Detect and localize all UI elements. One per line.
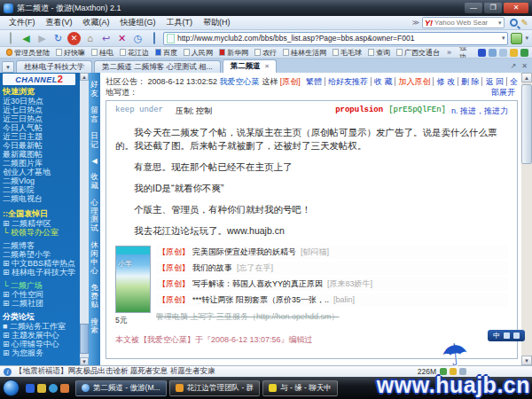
minimize-button[interactable]: — <box>465 3 482 13</box>
sidebar-item-psych-center[interactable]: ⊞ 心理辅导中心 <box>3 340 80 348</box>
bookmark-baidu[interactable]: 百度 <box>153 48 180 58</box>
action-edit[interactable]: 修 改 <box>434 77 458 86</box>
tab-list-icon[interactable]: ▾ <box>2 61 14 73</box>
start-button[interactable] <box>3 379 20 396</box>
tabbar-close-icon[interactable]: ✕ <box>519 60 530 73</box>
bookmark-maomaoqiu[interactable]: 毛毛球 <box>330 48 364 58</box>
sidebar-header-mourning[interactable]: ::全国哀悼日 <box>3 209 80 219</box>
bookmark-chaxun[interactable]: 查询 <box>365 48 393 58</box>
new-tab-icon[interactable] <box>4 32 17 45</box>
sidebar-item-cnbbs-hot[interactable]: ⊞ 中文BBS精华热点 <box>3 259 80 268</box>
sidebar-item-vlog[interactable]: 二频Vlog <box>3 176 80 185</box>
sidebar-item-service[interactable]: ⊞ 为您服务 <box>3 348 80 357</box>
tab-guilin-university[interactable]: 桂林电子科技大学 <box>16 60 92 73</box>
bookmark-renmin[interactable]: 人民网 <box>181 48 215 58</box>
bookmarks-overflow-icon[interactable]: » <box>443 48 455 57</box>
sidebar-item-guet[interactable]: ⊞ 桂林电子科技大学 <box>3 268 80 277</box>
sidebar-item-topic-dev[interactable]: ⊞ 主题发展中心 <box>3 331 80 340</box>
sidebar-scrollbar[interactable]: ▲ ▼ <box>80 73 89 365</box>
undo-icon[interactable]: ↩ <box>99 32 113 45</box>
scrollbar-thumb[interactable] <box>80 324 89 354</box>
action-return[interactable]: 返 回 <box>482 77 507 86</box>
bookmark-xinhua[interactable]: 新华网 <box>216 48 251 58</box>
tab-close-icon[interactable]: × <box>265 62 270 70</box>
vtab-search[interactable]: 搜索 <box>90 318 99 335</box>
vtab-free-post[interactable]: 免费贴 <box>90 284 99 309</box>
sidebar-item-cinema[interactable]: 二频影院 <box>3 185 80 194</box>
tools-icon[interactable]: ✕ <box>115 32 129 45</box>
related-post-row[interactable]: 【原创】写手解读：韩国人喜欢YY的真正原因[原来83娇牛] <box>156 278 508 293</box>
menu-tools[interactable]: 工具(T) <box>161 17 199 28</box>
history-icon[interactable]: ◷ <box>131 32 145 45</box>
vtab-psych-test[interactable]: 心理测试 <box>90 199 99 232</box>
search-icon[interactable] <box>510 19 518 27</box>
sidebar-item-clubs[interactable]: ⊞ 二频社团 <box>3 299 80 308</box>
action-traditional[interactable]: 繁體 <box>303 77 325 86</box>
sidebar-item-plaza[interactable]: └ 二频广场 <box>3 281 80 290</box>
collapse-search-icon[interactable]: ≫ <box>412 19 419 27</box>
sidebar-item-today-popular[interactable]: 今日人气帖 <box>3 123 80 132</box>
taskbar-button-maxthon[interactable]: 第二频道 - 傲游(M... <box>75 380 167 396</box>
scroll-down-icon[interactable]: ▼ <box>80 357 89 365</box>
sidebar-item-hot30[interactable]: 近30日热点 <box>3 97 80 106</box>
home-icon[interactable]: ⌂ <box>83 32 97 45</box>
menu-view[interactable]: 查看(V) <box>41 17 78 28</box>
sidebar-item-talent-base[interactable]: 创业人才基地 <box>3 168 80 176</box>
post-author-link[interactable]: 我爱空心菜 <box>220 77 260 86</box>
yahoo-search-input[interactable] <box>434 19 498 27</box>
action-favorite[interactable]: 收 藏 <box>372 77 396 86</box>
proxy-icon[interactable] <box>459 368 466 375</box>
quicklaunch-messenger-icon[interactable] <box>49 384 58 393</box>
tab-channel2-blog[interactable]: 第二频道 二频博客 心理测试 相... <box>94 60 221 73</box>
bookmark-admin[interactable]: 管理员登陆 <box>4 48 52 58</box>
refresh-icon[interactable]: ↻ <box>51 32 65 45</box>
shield-icon[interactable] <box>440 368 447 375</box>
scrollbar-thumb[interactable] <box>521 84 532 164</box>
sidebar-item-new-images[interactable]: 最新藏图帖 <box>3 150 80 159</box>
highlight-pencil-icon[interactable]: ✎ <box>521 18 528 27</box>
sidebar-item-today-new[interactable]: 今日最新帖 <box>3 141 80 150</box>
lightning-icon[interactable] <box>510 49 518 57</box>
save-icon[interactable] <box>489 49 497 57</box>
sidebar-item-tv[interactable]: 二频电视台 <box>3 194 80 203</box>
action-add-original[interactable]: 加入原创 <box>395 77 434 86</box>
bookmark-haokuaima[interactable]: 好快嘛 <box>53 48 88 58</box>
sidebar-item-leaders-office[interactable]: └ 校领导办公室 <box>3 228 80 237</box>
sidebar-item-essence[interactable]: ⊞ 二频精华区 <box>3 219 80 228</box>
menu-help[interactable]: 帮助(H) <box>198 17 236 28</box>
flag-icon[interactable] <box>478 49 486 57</box>
action-delete[interactable]: 删 除 <box>458 77 483 86</box>
scroll-up-icon[interactable]: ▲ <box>521 73 532 82</box>
menu-favorites[interactable]: 收藏(A) <box>78 17 115 28</box>
panels-icon[interactable] <box>147 32 160 45</box>
scroll-down-icon[interactable]: ▼ <box>521 356 532 365</box>
sidebar-item-staff-room[interactable]: ■ 二频站务工作室 <box>3 322 80 331</box>
vtab-friends[interactable]: 好友 <box>90 81 99 98</box>
taskbar-button-qq-group[interactable]: 花江边管理团队 - 群 <box>169 380 261 396</box>
sidebar-item-personal-space[interactable]: ⊞ 个性空间 <box>3 290 80 299</box>
bookmark-nonghang[interactable]: 农行 <box>252 48 279 58</box>
vtab-leisure[interactable]: 休闲中心 <box>90 241 99 275</box>
tabbar-tools-icon[interactable]: ↗ <box>508 60 520 73</box>
sidebar-item-image-library[interactable]: 二频图片库 <box>3 159 80 168</box>
vtab-diary[interactable]: 日记 <box>90 132 99 149</box>
vtab-messages[interactable]: 留言 <box>90 106 99 123</box>
extensions-button[interactable]: 增强功能 <box>456 47 475 59</box>
search-dropdown-icon[interactable]: ▾ <box>498 20 502 27</box>
address-dropdown-icon[interactable]: ▾ <box>502 35 505 42</box>
collapse-sidebar-icon[interactable]: ◀ <box>91 157 97 165</box>
back-icon[interactable]: ◀ <box>20 32 33 45</box>
go-dropdown-icon[interactable]: ▾ <box>525 35 528 42</box>
quicklaunch-browser-icon[interactable] <box>26 384 35 393</box>
tab-channel2-active[interactable]: 第二频道× <box>223 59 278 73</box>
maximize-button[interactable]: ❐ <box>484 3 502 13</box>
original-tag-link[interactable]: [原创] <box>280 77 301 86</box>
close-button[interactable]: ✕ <box>504 3 528 13</box>
sidebar-item-blog[interactable]: 二频博客 <box>3 241 80 250</box>
related-post-row[interactable]: 【原创】我们的故事[忘了在乎] <box>156 262 508 278</box>
sidebar-item-topics3[interactable]: 近三日主题 <box>3 132 80 141</box>
quicklaunch-user-icon[interactable] <box>60 384 69 393</box>
taskbar-button-qq-chat[interactable]: 与 - 缘 - 聊天中 <box>262 380 338 396</box>
plugin-icon[interactable] <box>520 49 528 57</box>
bookmark-guilin-life[interactable]: 桂林生活网 <box>280 48 329 58</box>
